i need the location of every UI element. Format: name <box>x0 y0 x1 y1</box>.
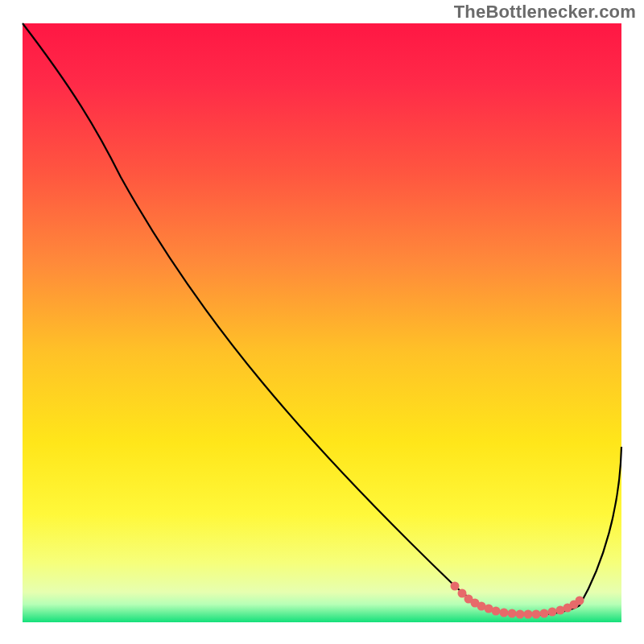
red-dot <box>532 610 541 619</box>
red-dot <box>492 607 501 616</box>
red-dot <box>508 609 517 618</box>
chart-canvas: TheBottlenecker.com <box>0 0 644 644</box>
red-dot <box>516 610 525 619</box>
red-dot <box>540 609 549 618</box>
chart-svg <box>0 0 644 644</box>
red-dot <box>548 608 557 617</box>
red-dot <box>451 582 460 591</box>
red-dot <box>500 609 509 617</box>
chart-background <box>23 23 621 622</box>
watermark-text: TheBottlenecker.com <box>454 2 636 23</box>
red-dot <box>576 597 584 605</box>
red-dot <box>524 610 533 619</box>
